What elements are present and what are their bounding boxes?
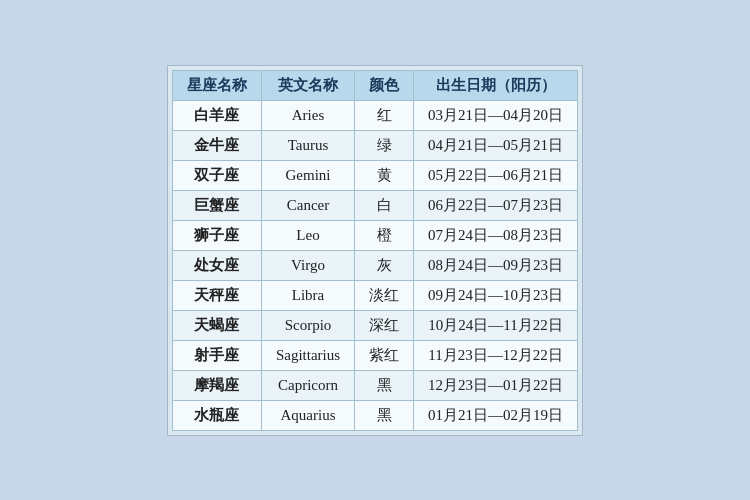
cell-dates: 07月24日—08月23日 — [414, 220, 578, 250]
cell-chinese: 双子座 — [172, 160, 261, 190]
cell-chinese: 射手座 — [172, 340, 261, 370]
cell-chinese: 天蝎座 — [172, 310, 261, 340]
cell-color: 深红 — [355, 310, 414, 340]
cell-english: Gemini — [261, 160, 354, 190]
zodiac-table-container: 星座名称 英文名称 颜色 出生日期（阳历） 白羊座Aries红03月21日—04… — [167, 65, 583, 436]
cell-chinese: 摩羯座 — [172, 370, 261, 400]
cell-english: Scorpio — [261, 310, 354, 340]
cell-english: Libra — [261, 280, 354, 310]
cell-chinese: 巨蟹座 — [172, 190, 261, 220]
cell-dates: 12月23日—01月22日 — [414, 370, 578, 400]
table-header-row: 星座名称 英文名称 颜色 出生日期（阳历） — [172, 70, 577, 100]
table-row: 水瓶座Aquarius黑01月21日—02月19日 — [172, 400, 577, 430]
cell-color: 黄 — [355, 160, 414, 190]
zodiac-table: 星座名称 英文名称 颜色 出生日期（阳历） 白羊座Aries红03月21日—04… — [172, 70, 578, 431]
cell-dates: 08月24日—09月23日 — [414, 250, 578, 280]
cell-dates: 06月22日—07月23日 — [414, 190, 578, 220]
cell-dates: 09月24日—10月23日 — [414, 280, 578, 310]
table-row: 天秤座Libra淡红09月24日—10月23日 — [172, 280, 577, 310]
table-row: 处女座Virgo灰08月24日—09月23日 — [172, 250, 577, 280]
cell-chinese: 水瓶座 — [172, 400, 261, 430]
col-header-color: 颜色 — [355, 70, 414, 100]
cell-chinese: 白羊座 — [172, 100, 261, 130]
col-header-dates: 出生日期（阳历） — [414, 70, 578, 100]
cell-english: Sagittarius — [261, 340, 354, 370]
cell-color: 紫红 — [355, 340, 414, 370]
table-row: 双子座Gemini黄05月22日—06月21日 — [172, 160, 577, 190]
cell-color: 红 — [355, 100, 414, 130]
cell-english: Aquarius — [261, 400, 354, 430]
cell-chinese: 天秤座 — [172, 280, 261, 310]
cell-english: Taurus — [261, 130, 354, 160]
cell-color: 淡红 — [355, 280, 414, 310]
table-row: 狮子座Leo橙07月24日—08月23日 — [172, 220, 577, 250]
cell-color: 黑 — [355, 370, 414, 400]
cell-dates: 03月21日—04月20日 — [414, 100, 578, 130]
cell-chinese: 狮子座 — [172, 220, 261, 250]
table-row: 金牛座Taurus绿04月21日—05月21日 — [172, 130, 577, 160]
cell-dates: 11月23日—12月22日 — [414, 340, 578, 370]
cell-english: Aries — [261, 100, 354, 130]
col-header-english: 英文名称 — [261, 70, 354, 100]
cell-dates: 01月21日—02月19日 — [414, 400, 578, 430]
cell-english: Leo — [261, 220, 354, 250]
table-row: 天蝎座Scorpio深红10月24日—11月22日 — [172, 310, 577, 340]
cell-color: 绿 — [355, 130, 414, 160]
cell-color: 黑 — [355, 400, 414, 430]
table-row: 摩羯座Capricorn黑12月23日—01月22日 — [172, 370, 577, 400]
cell-color: 橙 — [355, 220, 414, 250]
table-row: 白羊座Aries红03月21日—04月20日 — [172, 100, 577, 130]
cell-chinese: 处女座 — [172, 250, 261, 280]
col-header-chinese: 星座名称 — [172, 70, 261, 100]
cell-color: 灰 — [355, 250, 414, 280]
table-row: 射手座Sagittarius紫红11月23日—12月22日 — [172, 340, 577, 370]
cell-chinese: 金牛座 — [172, 130, 261, 160]
cell-dates: 10月24日—11月22日 — [414, 310, 578, 340]
cell-color: 白 — [355, 190, 414, 220]
cell-dates: 04月21日—05月21日 — [414, 130, 578, 160]
cell-english: Capricorn — [261, 370, 354, 400]
cell-english: Virgo — [261, 250, 354, 280]
cell-dates: 05月22日—06月21日 — [414, 160, 578, 190]
table-row: 巨蟹座Cancer白06月22日—07月23日 — [172, 190, 577, 220]
cell-english: Cancer — [261, 190, 354, 220]
